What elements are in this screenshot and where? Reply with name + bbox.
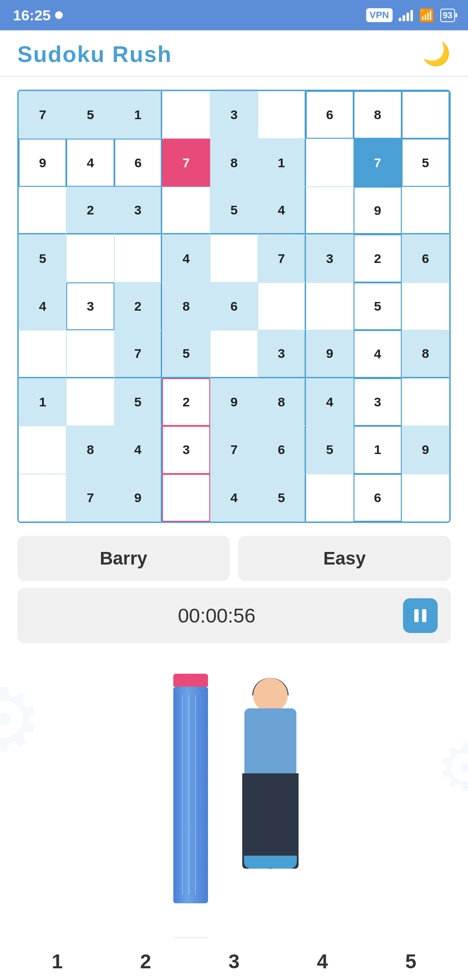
- cell-28[interactable]: [66, 234, 114, 282]
- pause-button[interactable]: [403, 598, 438, 633]
- cell-25[interactable]: 9: [354, 187, 401, 234]
- num-btn-2[interactable]: 2: [103, 938, 188, 980]
- cell-73[interactable]: 7: [66, 474, 114, 522]
- cell-41[interactable]: [258, 282, 306, 330]
- cell-19[interactable]: 2: [66, 187, 114, 234]
- vpn-badge: VPN: [366, 8, 393, 22]
- cell-12[interactable]: 7: [162, 139, 210, 186]
- cell-72[interactable]: [19, 474, 66, 522]
- cell-50[interactable]: 3: [258, 330, 306, 378]
- cell-5[interactable]: [258, 91, 306, 139]
- num-btn-1[interactable]: 1: [15, 938, 100, 980]
- cell-21[interactable]: [162, 187, 210, 234]
- cell-45[interactable]: [19, 330, 66, 378]
- cell-3[interactable]: [162, 91, 210, 139]
- theme-toggle[interactable]: 🌙: [422, 41, 451, 67]
- cell-71[interactable]: 9: [402, 426, 449, 474]
- cell-33[interactable]: 3: [306, 234, 354, 282]
- cell-29[interactable]: [114, 234, 162, 282]
- cell-59[interactable]: 8: [258, 378, 306, 426]
- cell-48[interactable]: 5: [162, 330, 210, 378]
- cell-40[interactable]: 6: [210, 282, 258, 330]
- cell-6[interactable]: 6: [306, 91, 354, 139]
- player-name-box: Barry: [17, 536, 230, 581]
- num-btn-4[interactable]: 4: [280, 938, 365, 980]
- signal-bars: [399, 9, 413, 21]
- num-btn-3[interactable]: 3: [192, 938, 276, 980]
- cell-77[interactable]: 5: [258, 474, 306, 522]
- cell-63[interactable]: [19, 426, 66, 474]
- cell-35[interactable]: 6: [402, 234, 449, 282]
- cell-4[interactable]: 3: [210, 91, 258, 139]
- cell-20[interactable]: 3: [114, 187, 162, 234]
- cell-7[interactable]: 8: [354, 91, 401, 139]
- cell-58[interactable]: 9: [210, 378, 258, 426]
- cell-39[interactable]: 8: [162, 282, 210, 330]
- cell-68[interactable]: 6: [258, 426, 306, 474]
- cell-74[interactable]: 9: [114, 474, 162, 522]
- cell-52[interactable]: 4: [354, 330, 401, 378]
- cell-31[interactable]: [210, 234, 258, 282]
- status-time: 16:25: [13, 7, 63, 24]
- cell-38[interactable]: 2: [114, 282, 162, 330]
- cell-79[interactable]: 6: [354, 474, 401, 522]
- cell-42[interactable]: [306, 282, 354, 330]
- cell-17[interactable]: 5: [402, 139, 449, 186]
- cell-80[interactable]: [402, 474, 449, 522]
- cell-37[interactable]: 3: [66, 282, 114, 330]
- status-dot: [55, 11, 63, 19]
- cell-64[interactable]: 8: [66, 426, 114, 474]
- cell-1[interactable]: 5: [66, 91, 114, 139]
- cell-51[interactable]: 9: [306, 330, 354, 378]
- cell-54[interactable]: 1: [19, 378, 66, 426]
- cell-9[interactable]: 9: [19, 139, 66, 186]
- battery-indicator: 93: [440, 9, 455, 22]
- cell-66[interactable]: 3: [162, 426, 210, 474]
- cell-60[interactable]: 4: [306, 378, 354, 426]
- cell-76[interactable]: 4: [210, 474, 258, 522]
- cell-70[interactable]: 1: [354, 426, 401, 474]
- cell-24[interactable]: [306, 187, 354, 234]
- cell-11[interactable]: 6: [114, 139, 162, 186]
- cell-49[interactable]: [210, 330, 258, 378]
- cell-16[interactable]: 7: [354, 139, 401, 186]
- cell-2[interactable]: 1: [114, 91, 162, 139]
- cell-55[interactable]: [66, 378, 114, 426]
- cell-65[interactable]: 4: [114, 426, 162, 474]
- cell-10[interactable]: 4: [66, 139, 114, 186]
- cell-34[interactable]: 2: [354, 234, 401, 282]
- cell-61[interactable]: 3: [354, 378, 401, 426]
- cell-78[interactable]: [306, 474, 354, 522]
- cell-26[interactable]: [402, 187, 449, 234]
- cell-56[interactable]: 5: [114, 378, 162, 426]
- cell-69[interactable]: 5: [306, 426, 354, 474]
- cell-32[interactable]: 7: [258, 234, 306, 282]
- cell-47[interactable]: 7: [114, 330, 162, 378]
- cell-27[interactable]: 5: [19, 234, 66, 282]
- bg-gear-left: ⚙: [0, 669, 43, 770]
- cell-67[interactable]: 7: [210, 426, 258, 474]
- app-title: Sudoku Rush: [17, 41, 172, 67]
- cell-43[interactable]: 5: [354, 282, 401, 330]
- cell-0[interactable]: 7: [19, 91, 66, 139]
- cell-18[interactable]: [19, 187, 66, 234]
- cell-62[interactable]: [402, 378, 449, 426]
- cell-14[interactable]: 1: [258, 139, 306, 186]
- status-bar: 16:25 VPN 📶 93: [0, 0, 468, 30]
- player-row: Barry Easy: [17, 536, 451, 581]
- bg-gear-right: ⚙: [436, 730, 468, 805]
- cell-13[interactable]: 8: [210, 139, 258, 186]
- timer-row: 00:00:56: [17, 588, 451, 643]
- cell-22[interactable]: 5: [210, 187, 258, 234]
- cell-57[interactable]: 2: [162, 378, 210, 426]
- cell-30[interactable]: 4: [162, 234, 210, 282]
- cell-44[interactable]: [402, 282, 449, 330]
- cell-46[interactable]: [66, 330, 114, 378]
- cell-36[interactable]: 4: [19, 282, 66, 330]
- cell-53[interactable]: 8: [402, 330, 449, 378]
- cell-23[interactable]: 4: [258, 187, 306, 234]
- num-btn-5[interactable]: 5: [368, 938, 453, 980]
- cell-8[interactable]: [402, 91, 449, 139]
- cell-15[interactable]: [306, 139, 354, 186]
- cell-75[interactable]: [162, 474, 210, 522]
